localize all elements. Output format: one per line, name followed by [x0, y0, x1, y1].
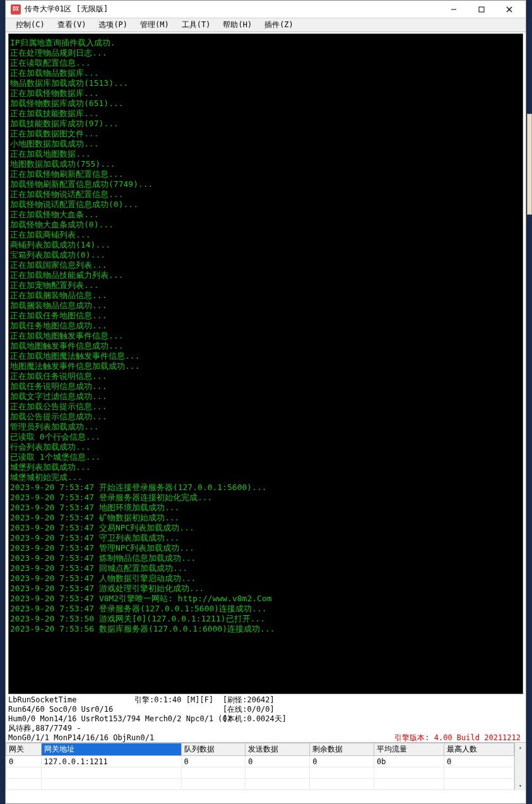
table-cell: 127.0.0.1:1211: [41, 756, 181, 767]
status-counts: [刷怪:20642] [在线:0/0/0] [本机:0.0024天]: [223, 695, 349, 743]
table-cell: [181, 767, 245, 779]
status-panel: LbRunSocketTime Run64/60 Soc0/0 Usr0/16 …: [6, 694, 526, 742]
table-col-2[interactable]: 队列数据: [181, 743, 245, 756]
table-col-1[interactable]: 网关地址: [41, 743, 181, 756]
table-cell: [310, 767, 374, 779]
close-icon: [506, 6, 512, 13]
app-window: DX 传奇大学01区 [无限版] 控制(C) 查看(V) 选项(P) 管理(M)…: [5, 0, 526, 804]
table-cell: [374, 779, 444, 790]
table-cell: [41, 779, 181, 790]
table-cell: [41, 767, 181, 779]
status-runtime: LbRunSocketTime Run64/60 Soc0/0 Usr0/16 …: [8, 695, 134, 743]
maximize-icon: [478, 6, 485, 13]
table-cell: 0b: [374, 756, 444, 767]
menu-options[interactable]: 选项(P): [92, 18, 134, 32]
gateway-grid-wrap: 网关网关地址队列数据发送数据剩余数据平均流量最高人数 0127.0.0.1:12…: [6, 742, 526, 790]
window-buttons: [440, 1, 523, 18]
table-cell: 0: [181, 756, 245, 767]
table-cell: [310, 779, 374, 790]
maximize-button[interactable]: [468, 1, 495, 18]
table-scrollbar[interactable]: ▴ ▾: [514, 743, 526, 790]
table-cell: [6, 767, 42, 779]
menu-plugins[interactable]: 插件(Z): [258, 18, 300, 32]
table-col-4[interactable]: 剩余数据: [310, 743, 374, 756]
scroll-down-icon[interactable]: ▾: [519, 783, 522, 789]
menu-control[interactable]: 控制(C): [9, 18, 51, 32]
menu-help[interactable]: 帮助(H): [216, 18, 258, 32]
table-col-6[interactable]: 最高人数: [444, 743, 514, 756]
table-cell: [245, 779, 310, 790]
table-col-3[interactable]: 发送数据: [245, 743, 310, 756]
table-row[interactable]: [6, 767, 514, 779]
table-col-5[interactable]: 平均流量: [374, 743, 444, 756]
status-engine-time: 引擎:0:1:40 [M][F]: [134, 695, 223, 743]
menu-view[interactable]: 查看(V): [51, 18, 93, 32]
side-widget: [527, 114, 532, 215]
table-cell: 0: [310, 756, 374, 767]
table-cell: [444, 779, 514, 790]
table-col-0[interactable]: 网关: [6, 743, 42, 756]
minimize-icon: [451, 6, 457, 13]
table-cell: [374, 767, 444, 779]
menu-tools[interactable]: 工具(T): [175, 18, 217, 32]
minimize-button[interactable]: [440, 1, 468, 18]
table-row[interactable]: 0127.0.0.1:12110000b0: [6, 756, 514, 767]
table-cell: [444, 767, 514, 779]
table-cell: [245, 767, 310, 779]
engine-version: 引擎版本: 4.00 Build 20211212: [349, 733, 523, 743]
table-cell: [181, 779, 245, 790]
table-header-row: 网关网关地址队列数据发送数据剩余数据平均流量最高人数: [6, 743, 514, 756]
table-row[interactable]: [6, 779, 514, 790]
table-cell: [6, 779, 42, 790]
gateway-table[interactable]: 网关网关地址队列数据发送数据剩余数据平均流量最高人数 0127.0.0.1:12…: [6, 743, 514, 790]
svg-rect-1: [479, 7, 484, 12]
menu-manage[interactable]: 管理(M): [134, 18, 175, 32]
table-cell: 0: [245, 756, 310, 767]
log-console[interactable]: IP归属地查询插件载入成功. 正在处理物品规则日志... 正在读取配置信息...…: [8, 33, 523, 694]
close-button[interactable]: [495, 1, 523, 18]
table-cell: 0: [6, 756, 42, 767]
menubar: 控制(C) 查看(V) 选项(P) 管理(M) 工具(T) 帮助(H) 插件(Z…: [6, 18, 526, 32]
window-title: 传奇大学01区 [无限版]: [25, 4, 440, 15]
table-cell: 0: [444, 756, 514, 767]
titlebar[interactable]: DX 传奇大学01区 [无限版]: [6, 1, 526, 18]
app-icon: DX: [11, 4, 21, 15]
scroll-up-icon[interactable]: ▴: [519, 744, 522, 750]
